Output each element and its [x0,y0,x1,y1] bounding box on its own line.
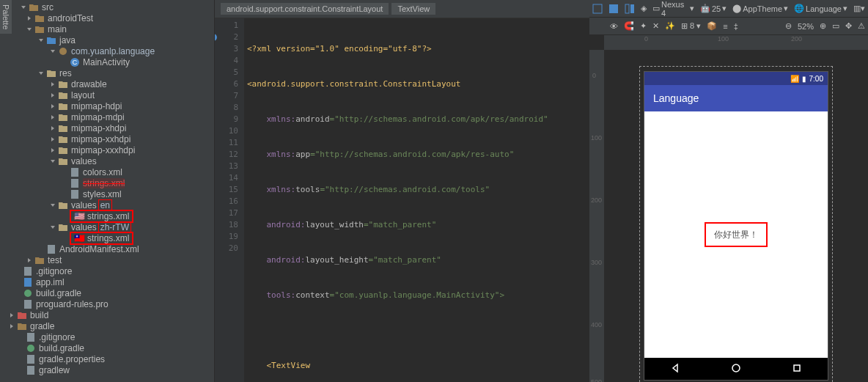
tree-drawable[interactable]: drawable [0,78,214,89]
tree-src[interactable]: src [0,1,214,12]
tree-test[interactable]: test [0,254,214,265]
chevron-right-icon [49,81,56,88]
tree-layout[interactable]: layout [0,89,214,100]
code-line: android:layout_height="match_parent" [244,254,589,266]
autoconnect-icon[interactable]: ✦ [640,21,647,31]
folder-icon [46,68,56,78]
tree-mipmap-xxxhdpi[interactable]: mipmap-xxxhdpi [0,144,214,155]
tree-manifest[interactable]: AndroidManifest.xml [0,243,214,254]
tree-label: .gitignore [39,332,75,342]
device-frame[interactable]: 📶 ▮ 7:00 Language 你好世界！ [644,72,828,380]
tree-colors[interactable]: colors.xml [0,166,214,177]
tree-gradle-folder[interactable]: gradle [0,320,214,331]
project-tree[interactable]: src androidTest main java com.yuanlp.lan… [0,0,215,382]
tree-gradlew[interactable]: gradlew [0,364,214,375]
tree-build[interactable]: build [0,309,214,320]
gradle-icon [23,288,33,298]
zoom-out-icon[interactable]: ⊖ [785,21,792,31]
tree-build-gradle2[interactable]: build.gradle [0,342,214,353]
device-body[interactable]: 你好世界！ [644,111,828,358]
svg-rect-19 [625,4,629,13]
breadcrumb-layout[interactable]: android.support.constraint.ConstraintLay… [221,3,389,15]
chevron-down-icon [49,48,56,55]
tree-mipmap-mdpi[interactable]: mipmap-mdpi [0,111,214,122]
nav-home-icon[interactable] [731,363,741,375]
svg-point-9 [24,290,32,297]
tree-build-gradle[interactable]: build.gradle [0,287,214,298]
tree-strings-zh[interactable]: 🇹🇼strings.xml [0,232,214,243]
status-bar: 📶 ▮ 7:00 [644,72,828,85]
tree-main[interactable]: main [0,23,214,34]
gutter-line: 4 [215,55,238,67]
navigation-bar [644,358,828,380]
tree-gitignore[interactable]: .gitignore [0,265,214,276]
guideline-icon[interactable]: ‡ [734,22,738,31]
tree-mipmap-xhdpi[interactable]: mipmap-xhdpi [0,122,214,133]
code-line: tools:context="com.yuanlp.language.MainA… [244,290,589,301]
nav-recents-icon[interactable] [792,363,802,375]
tree-gitignore2[interactable]: .gitignore [0,331,214,342]
eye-icon[interactable]: 👁 [610,22,618,31]
tree-proguard[interactable]: proguard-rules.pro [0,298,214,309]
gutter-line: 12 [215,149,238,161]
tree-res[interactable]: res [0,67,214,78]
tree-strings-en[interactable]: 🇺🇸strings.xml [0,210,214,221]
palette-tab[interactable]: Palette [0,0,12,34]
folder-icon [58,79,68,89]
flag-us-icon: 🇺🇸 [74,211,84,221]
breadcrumb-textview[interactable]: TextView [391,3,435,15]
clear-icon[interactable]: ✕ [652,21,659,31]
app-title: Language [653,92,699,104]
tree-label: main [48,24,67,34]
design-toolbar-top: ◈ ▭ Nexus 4 ▾ 🤖25 ▾ ⬤AppTheme ▾ 🌐Languag… [589,0,868,18]
tree-gradle-props[interactable]: gradle.properties [0,353,214,364]
nav-back-icon[interactable] [670,363,680,375]
tree-label: proguard-rules.pro [36,299,108,309]
svg-rect-22 [794,365,800,371]
tree-label: layout [71,90,95,100]
design-view-icon[interactable] [592,4,603,14]
align-icon[interactable]: ≡ [723,22,727,31]
design-canvas[interactable]: 0 100 200 0 100 200 300 400 500 📶 ▮ 7:00… [589,35,868,382]
api-selector[interactable]: 🤖25 ▾ [700,4,727,13]
folder-icon [58,156,68,166]
theme-selector[interactable]: ⬤AppTheme ▾ [732,4,788,13]
tree-androidTest[interactable]: androidTest [0,12,214,23]
canvas-inner[interactable]: 📶 ▮ 7:00 Language 你好世界！ [604,50,868,382]
infer-icon[interactable]: ✨ [665,21,675,31]
pack-icon[interactable]: 📦 [707,21,717,31]
tree-styles[interactable]: styles.xml [0,188,214,199]
tree-mipmap-hdpi[interactable]: mipmap-hdpi [0,100,214,111]
editor-body[interactable]: 1 2C 3 4 5 6 7 8 9 10 11 12 13 14 15 16 … [215,18,589,382]
margin-selector[interactable]: ⊞ 8 ▾ [681,21,701,31]
tree-values[interactable]: values [0,155,214,166]
tree-label: styles.xml [83,189,122,199]
tree-label: .gitignore [36,266,72,276]
code-area[interactable]: <?xml version="1.0" encoding="utf-8"?> <… [244,18,589,382]
tree-label: MainActivity [83,57,130,67]
hello-text[interactable]: 你好世界！ [714,229,758,241]
locale-selector[interactable]: 🌐Language ▾ [794,4,847,13]
tree-mipmap-xxhdpi[interactable]: mipmap-xxhdpi [0,133,214,144]
pan-icon[interactable]: ✥ [845,21,852,31]
zoom-level[interactable]: 52% [798,22,814,31]
zoom-fit-icon[interactable]: ▭ [832,21,839,31]
chevron-right-icon [49,103,56,110]
tree-mainactivity[interactable]: CMainActivity [0,56,214,67]
magnet-icon[interactable]: 🧲 [624,21,634,31]
layout-variant-icon[interactable]: ▥▾ [853,4,865,13]
tree-app-iml[interactable]: app.iml [0,276,214,287]
folder-icon [17,321,27,331]
blueprint-view-icon[interactable] [608,4,619,14]
tree-strings-strike[interactable]: strings.xml [0,177,214,188]
orientation-icon[interactable]: ◈ [641,4,647,13]
warnings-icon[interactable]: ⚠ [858,21,865,31]
tree-pkg[interactable]: com.yuanlp.language [0,45,214,56]
file-icon [26,332,36,342]
device-selector[interactable]: ▭ Nexus 4 ▾ [652,0,694,18]
zoom-in-icon[interactable]: ⊕ [820,21,826,31]
both-view-icon[interactable] [625,4,635,14]
gutter-line: 7 [215,90,238,102]
tree-java[interactable]: java [0,34,214,45]
tree-label: values [71,156,97,166]
